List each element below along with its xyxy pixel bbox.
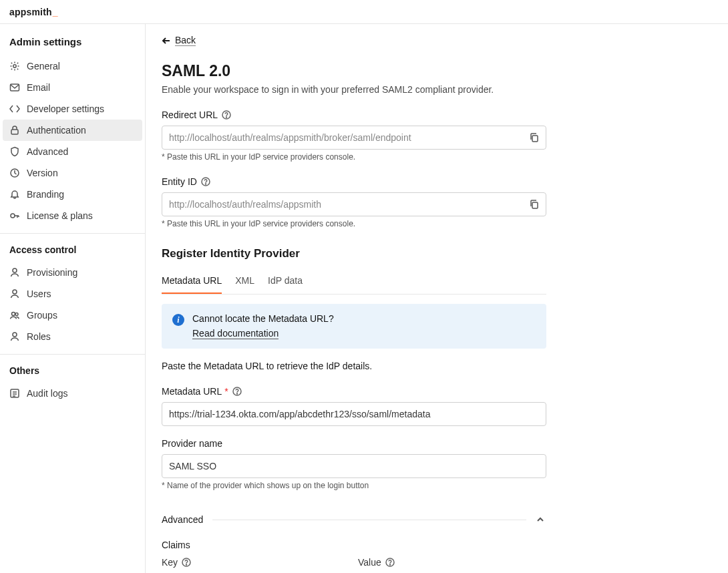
banner-message: Cannot locate the Metadata URL?	[192, 313, 334, 324]
claims-key-header: Key	[162, 557, 178, 568]
sidebar-item-label: Groups	[27, 310, 57, 321]
sidebar-group-admin: General Email Developer settings Authent…	[0, 55, 145, 226]
sidebar-item-label: Version	[27, 168, 58, 178]
help-icon[interactable]	[385, 558, 395, 567]
bell-icon	[9, 189, 20, 200]
sidebar-item-label: Audit logs	[27, 388, 67, 399]
sidebar-item-label: Branding	[27, 189, 64, 200]
user-icon	[9, 331, 20, 342]
sidebar-item-authentication[interactable]: Authentication	[3, 120, 142, 141]
sidebar: Admin settings General Email Developer s…	[0, 24, 146, 573]
read-documentation-link[interactable]: Read documentation	[192, 328, 279, 339]
paste-instruction: Paste the Metadata URL to retrieve the I…	[162, 361, 546, 371]
metadata-url-label: Metadata URL	[162, 386, 222, 397]
sidebar-item-developer-settings[interactable]: Developer settings	[0, 98, 145, 120]
back-link[interactable]: Back	[162, 32, 196, 49]
field-redirect-url: Redirect URL * Paste this URL in your Id…	[162, 110, 546, 162]
metadata-url-input[interactable]	[162, 402, 546, 426]
help-icon[interactable]	[232, 387, 242, 396]
provider-name-label: Provider name	[162, 438, 222, 449]
sidebar-item-advanced[interactable]: Advanced	[0, 141, 145, 162]
sidebar-item-audit-logs[interactable]: Audit logs	[0, 383, 145, 404]
sidebar-group-others: Audit logs	[0, 383, 145, 404]
help-icon[interactable]	[182, 558, 191, 567]
users-icon	[9, 310, 20, 321]
page-subtitle: Enable your workspace to sign in with yo…	[162, 84, 704, 95]
entity-hint: * Paste this URL in your IdP service pro…	[162, 219, 546, 228]
sidebar-title: Admin settings	[0, 24, 145, 55]
idp-tabs: Metadata URL XML IdP data	[162, 270, 546, 295]
copy-icon	[529, 199, 540, 210]
sidebar-group-access: Provisioning Users Groups Roles	[0, 262, 145, 347]
brand-cursor: _	[53, 7, 58, 17]
entity-id-input[interactable]	[162, 192, 546, 216]
sidebar-item-label: General	[27, 61, 60, 71]
list-icon	[9, 388, 20, 399]
divider	[212, 520, 526, 520]
field-provider-name: Provider name * Name of the provider whi…	[162, 438, 546, 490]
code-icon	[9, 104, 20, 114]
entity-id-label: Entity ID	[162, 176, 197, 187]
arrow-left-icon	[162, 36, 171, 45]
field-metadata-url: Metadata URL*	[162, 386, 546, 426]
sidebar-item-general[interactable]: General	[0, 55, 145, 77]
claims-value-header: Value	[358, 557, 381, 568]
sidebar-item-label: Authentication	[27, 125, 86, 136]
sidebar-item-label: Developer settings	[27, 104, 104, 114]
topbar: appsmith_	[0, 0, 728, 24]
sidebar-item-label: Email	[27, 82, 50, 93]
tab-idp-data[interactable]: IdP data	[268, 270, 303, 294]
tab-xml[interactable]: XML	[235, 270, 254, 294]
provider-name-input[interactable]	[162, 454, 546, 478]
page-title: SAML 2.0	[162, 62, 704, 80]
brand-logo[interactable]: appsmith_	[9, 7, 58, 17]
sidebar-group-title-others: Others	[0, 355, 145, 383]
sidebar-item-branding[interactable]: Branding	[0, 184, 145, 205]
sidebar-item-label: License & plans	[27, 210, 93, 221]
sidebar-group-title-access: Access control	[0, 234, 145, 262]
key-icon	[9, 210, 20, 221]
sidebar-item-label: Users	[27, 289, 51, 299]
tab-metadata-url[interactable]: Metadata URL	[162, 270, 222, 294]
advanced-title: Advanced	[162, 514, 203, 525]
register-idp-title: Register Identity Provider	[162, 247, 704, 260]
help-icon[interactable]	[222, 110, 231, 120]
copy-icon	[529, 132, 540, 143]
info-banner: i Cannot locate the Metadata URL? Read d…	[162, 304, 546, 349]
help-icon[interactable]	[201, 177, 210, 186]
chevron-up-icon	[536, 514, 546, 525]
claims-title: Claims	[162, 540, 704, 550]
sidebar-item-label: Provisioning	[27, 267, 77, 278]
copy-entity-button[interactable]	[525, 195, 544, 214]
back-label: Back	[175, 35, 196, 46]
redirect-url-input[interactable]	[162, 126, 546, 150]
copy-redirect-button[interactable]	[525, 128, 544, 147]
gear-icon	[9, 61, 20, 71]
required-asterisk: *	[224, 386, 228, 397]
sidebar-item-version[interactable]: Version	[0, 162, 145, 184]
sidebar-item-label: Roles	[27, 331, 51, 342]
user-icon	[9, 267, 20, 278]
brand-name: appsmith	[9, 7, 52, 17]
user-icon	[9, 289, 20, 299]
lock-icon	[9, 125, 20, 136]
sidebar-item-groups[interactable]: Groups	[0, 305, 145, 326]
sidebar-item-license[interactable]: License & plans	[0, 205, 145, 226]
claims-header-row: Key Value	[162, 557, 546, 568]
provider-hint: * Name of the provider which shows up on…	[162, 481, 546, 490]
advanced-toggle[interactable]: Advanced	[162, 514, 546, 525]
sidebar-item-provisioning[interactable]: Provisioning	[0, 262, 145, 283]
clock-icon	[9, 168, 20, 178]
sidebar-item-email[interactable]: Email	[0, 77, 145, 98]
redirect-url-label: Redirect URL	[162, 110, 218, 120]
mail-icon	[9, 82, 20, 93]
sidebar-item-roles[interactable]: Roles	[0, 326, 145, 347]
sidebar-item-users[interactable]: Users	[0, 283, 145, 305]
main-content: Back SAML 2.0 Enable your workspace to s…	[146, 24, 720, 573]
info-icon: i	[172, 314, 184, 326]
redirect-hint: * Paste this URL in your IdP service pro…	[162, 152, 546, 162]
field-entity-id: Entity ID * Paste this URL in your IdP s…	[162, 176, 546, 228]
shield-icon	[9, 146, 20, 157]
sidebar-item-label: Advanced	[27, 146, 68, 157]
